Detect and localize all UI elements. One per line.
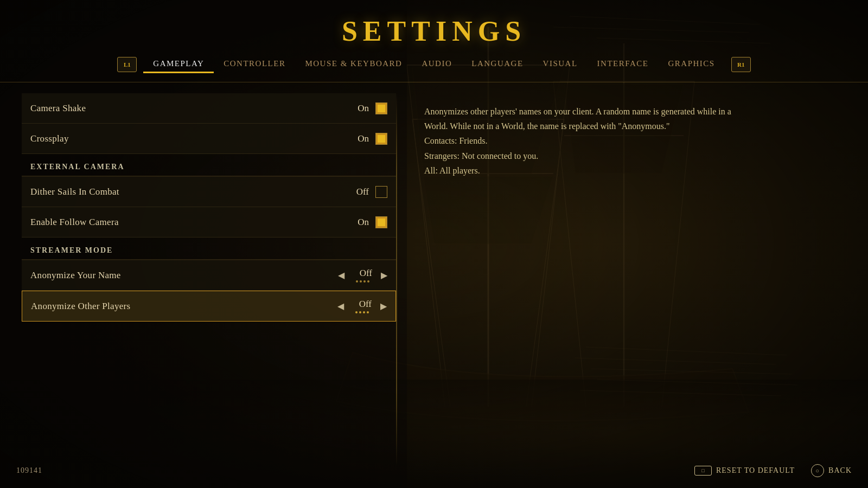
- tab-language[interactable]: LANGUAGE: [462, 56, 533, 73]
- follow-camera-value: On: [350, 217, 369, 228]
- setting-anonymize-players[interactable]: Anonymize Other Players ◀ Off: [22, 291, 396, 322]
- info-panel: Anonymizes other players' names on your …: [397, 93, 846, 466]
- page-content: SETTINGS L1 GAMEPLAY CONTROLLER MOUSE & …: [0, 0, 868, 488]
- anonymize-name-control: ◀ Off ▶: [338, 268, 387, 282]
- section-header-external-camera: EXTERNAL CAMERA: [22, 154, 396, 176]
- tab-interface[interactable]: INTERFACE: [588, 56, 659, 73]
- crossplay-label: Crossplay: [30, 133, 69, 144]
- nav-right-button[interactable]: R1: [731, 57, 751, 72]
- header: SETTINGS: [0, 0, 868, 52]
- info-text: Anonymizes other players' names on your …: [424, 104, 739, 178]
- follow-camera-checkbox[interactable]: [375, 216, 387, 228]
- nav-left-button[interactable]: L1: [117, 57, 137, 72]
- setting-anonymize-name[interactable]: Anonymize Your Name ◀ Off: [22, 260, 396, 291]
- tab-controller[interactable]: CONTROLLER: [214, 56, 295, 73]
- camera-shake-label: Camera Shake: [30, 103, 86, 114]
- main-area: Camera Shake On Crossplay On EXTERNAL CA…: [0, 82, 868, 488]
- dither-sails-control: Off: [350, 186, 387, 198]
- setting-camera-shake[interactable]: Camera Shake On: [22, 93, 396, 124]
- setting-crossplay[interactable]: Crossplay On: [22, 124, 396, 154]
- anonymize-name-arrow-control: ◀ Off ▶: [338, 268, 387, 282]
- page-title: SETTINGS: [0, 15, 868, 47]
- anonymize-name-right-arrow[interactable]: ▶: [381, 270, 387, 280]
- anonymize-name-value: Off: [353, 268, 372, 279]
- anonymize-players-arrow-control: ◀ Off ▶: [337, 299, 387, 313]
- tab-gameplay[interactable]: GAMEPLAY: [143, 56, 214, 73]
- follow-camera-control: On: [350, 216, 387, 228]
- crossplay-value: On: [350, 133, 369, 144]
- anonymize-players-value: Off: [353, 299, 372, 310]
- crossplay-control: On: [350, 133, 387, 145]
- setting-dither-sails[interactable]: Dither Sails In Combat Off: [22, 177, 396, 207]
- section-header-streamer-mode: STREAMER MODE: [22, 237, 396, 260]
- dither-sails-value: Off: [350, 187, 369, 197]
- tab-graphics[interactable]: GRAPHICS: [659, 56, 725, 73]
- anonymize-name-label: Anonymize Your Name: [30, 270, 121, 281]
- camera-shake-checkbox[interactable]: [375, 102, 387, 114]
- settings-panel: Camera Shake On Crossplay On EXTERNAL CA…: [22, 93, 396, 466]
- anonymize-players-label: Anonymize Other Players: [31, 301, 130, 312]
- tab-visual[interactable]: VISUAL: [533, 56, 588, 73]
- info-text-content: Anonymizes other players' names on your …: [424, 107, 731, 175]
- tab-mouse-keyboard[interactable]: MOUSE & KEYBOARD: [295, 56, 412, 73]
- dither-sails-checkbox[interactable]: [375, 186, 387, 198]
- follow-camera-label: Enable Follow Camera: [30, 217, 119, 228]
- crossplay-checkbox[interactable]: [375, 133, 387, 145]
- nav-tabs: L1 GAMEPLAY CONTROLLER MOUSE & KEYBOARD …: [0, 52, 868, 82]
- anonymize-players-left-arrow[interactable]: ◀: [337, 301, 344, 311]
- anonymize-players-control: ◀ Off ▶: [337, 299, 387, 313]
- anonymize-players-right-arrow[interactable]: ▶: [380, 301, 387, 311]
- anonymize-name-left-arrow[interactable]: ◀: [338, 270, 344, 280]
- camera-shake-control: On: [350, 102, 387, 114]
- dither-sails-label: Dither Sails In Combat: [30, 187, 119, 197]
- setting-follow-camera[interactable]: Enable Follow Camera On: [22, 207, 396, 237]
- camera-shake-value: On: [350, 103, 369, 114]
- tab-audio[interactable]: AUDIO: [412, 56, 462, 73]
